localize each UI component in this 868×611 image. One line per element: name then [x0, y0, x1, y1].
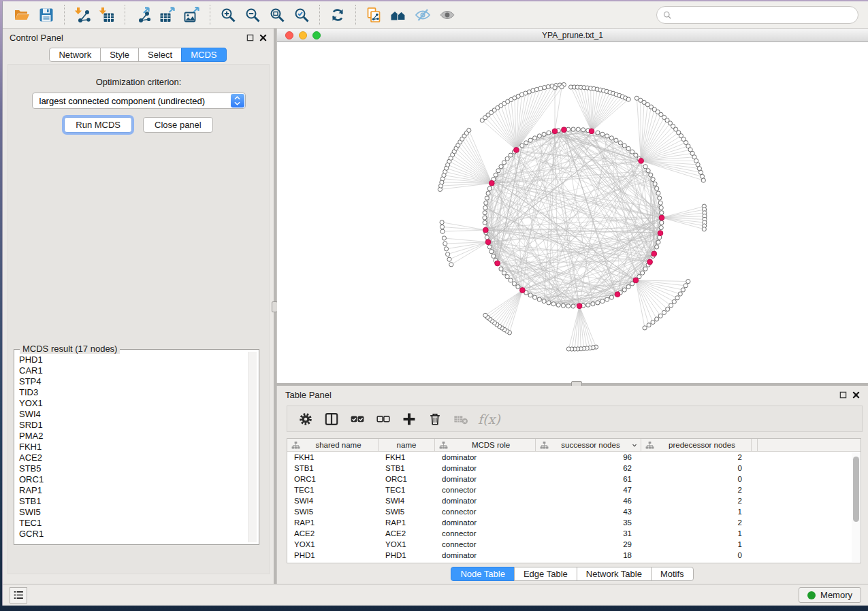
result-list-item[interactable]: SRD1	[19, 420, 245, 431]
mcds-hub-node[interactable]	[647, 259, 653, 265]
network-node[interactable]	[499, 267, 503, 271]
network-titlebar[interactable]: YPA_prune.txt_1	[277, 29, 868, 42]
network-node[interactable]	[505, 275, 509, 279]
network-leaf-node[interactable]	[666, 307, 670, 311]
network-node[interactable]	[618, 141, 622, 145]
table-row[interactable]: RAP1RAP1dominator352	[287, 517, 861, 528]
result-list-scrollbar[interactable]	[248, 352, 257, 542]
mcds-hub-node[interactable]	[659, 215, 664, 220]
result-list-item[interactable]: PHD1	[19, 354, 245, 365]
network-leaf-node[interactable]	[669, 303, 673, 308]
result-list-item[interactable]: SWI4	[19, 409, 245, 420]
close-panel-icon[interactable]	[259, 34, 267, 42]
network-leaf-node[interactable]	[447, 257, 451, 261]
table-row[interactable]: TEC1TEC1connector472	[287, 484, 861, 495]
table-row[interactable]: STB1STB1dominator620	[287, 463, 861, 474]
zoom-window-icon[interactable]	[312, 31, 321, 39]
network-leaf-node[interactable]	[681, 288, 685, 292]
network-node[interactable]	[605, 297, 609, 301]
tab-edge-table[interactable]: Edge Table	[514, 567, 577, 581]
column-header-shared-name[interactable]: shared name	[287, 439, 379, 451]
mcds-hub-node[interactable]	[658, 231, 663, 236]
network-node[interactable]	[581, 128, 585, 132]
tab-network-table[interactable]: Network Table	[577, 567, 652, 581]
network-node[interactable]	[658, 201, 662, 205]
network-node[interactable]	[537, 297, 541, 301]
network-leaf-node[interactable]	[553, 86, 557, 90]
result-list-item[interactable]: FKH1	[19, 442, 245, 452]
table-row[interactable]: PHD1PHD1dominator180	[287, 550, 861, 561]
network-leaf-node[interactable]	[651, 320, 655, 324]
result-list-item[interactable]: TEC1	[19, 518, 245, 529]
network-leaf-node[interactable]	[539, 86, 543, 90]
show-all-icon[interactable]	[435, 5, 460, 25]
mcds-hub-node[interactable]	[514, 148, 519, 153]
network-node[interactable]	[614, 138, 618, 142]
network-node[interactable]	[542, 132, 546, 136]
network-leaf-node[interactable]	[444, 247, 448, 251]
open-icon[interactable]	[10, 5, 34, 25]
network-node[interactable]	[586, 303, 590, 307]
run-mcds-button[interactable]: Run MCDS	[64, 117, 132, 133]
tab-network[interactable]: Network	[49, 48, 101, 62]
network-node[interactable]	[484, 201, 488, 205]
network-node[interactable]	[605, 134, 609, 138]
network-leaf-node[interactable]	[449, 263, 453, 267]
network-leaf-node[interactable]	[626, 97, 630, 101]
zoom-selected-icon[interactable]	[289, 5, 314, 25]
zoom-out-icon[interactable]	[240, 5, 265, 25]
result-list-item[interactable]: YOX1	[19, 398, 245, 409]
task-history-button[interactable]	[10, 587, 27, 604]
table-row[interactable]: ACE2ACE2connector311	[287, 528, 861, 539]
save-icon[interactable]	[34, 5, 59, 25]
network-node[interactable]	[600, 299, 605, 303]
table-scrollbar[interactable]	[852, 452, 860, 562]
network-node[interactable]	[609, 295, 613, 299]
network-node[interactable]	[512, 282, 516, 286]
result-list-item[interactable]: CAR1	[19, 365, 245, 376]
network-node[interactable]	[643, 165, 647, 169]
mcds-hub-node[interactable]	[589, 129, 594, 134]
table-row[interactable]: SWI4SWI4dominator462	[287, 495, 861, 506]
network-node[interactable]	[571, 127, 575, 131]
table-row[interactable]: SWI5SWI5connector431	[287, 506, 861, 517]
scrollbar-thumb[interactable]	[853, 457, 859, 522]
optimization-criterion-select[interactable]: largest connected component (undirected)	[32, 93, 246, 109]
network-node[interactable]	[524, 141, 528, 145]
network-node[interactable]	[533, 295, 537, 299]
network-node[interactable]	[528, 293, 532, 297]
network-node[interactable]	[655, 245, 659, 249]
network-node[interactable]	[494, 173, 498, 177]
table-row[interactable]: YOX1YOX1connector291	[287, 539, 861, 550]
mcds-hub-node[interactable]	[520, 288, 526, 293]
network-node[interactable]	[496, 169, 500, 173]
network-node[interactable]	[658, 196, 662, 200]
network-node[interactable]	[537, 134, 541, 138]
hide-selected-icon[interactable]	[411, 5, 435, 25]
network-leaf-node[interactable]	[658, 314, 662, 318]
network-node[interactable]	[520, 144, 524, 148]
network-node[interactable]	[487, 186, 492, 191]
network-node[interactable]	[483, 220, 487, 225]
network-node[interactable]	[566, 304, 570, 308]
network-node[interactable]	[660, 220, 664, 225]
import-table-icon[interactable]	[95, 5, 119, 25]
network-leaf-node[interactable]	[440, 225, 444, 229]
memory-button[interactable]: Memory	[799, 587, 861, 603]
network-leaf-node[interactable]	[698, 170, 703, 174]
close-window-icon[interactable]	[285, 31, 293, 39]
refresh-icon[interactable]	[325, 5, 350, 25]
network-node[interactable]	[571, 304, 575, 308]
gear-icon[interactable]	[294, 409, 317, 429]
mcds-hub-node[interactable]	[485, 240, 491, 245]
column-header-predecessor-nodes[interactable]: predecessor nodes	[641, 439, 752, 451]
tab-select[interactable]: Select	[138, 48, 182, 62]
network-leaf-node[interactable]	[643, 326, 647, 330]
network-node[interactable]	[547, 131, 551, 135]
network-leaf-node[interactable]	[678, 292, 682, 296]
mcds-hub-node[interactable]	[483, 227, 488, 233]
network-node[interactable]	[528, 138, 532, 142]
network-node[interactable]	[509, 153, 513, 157]
network-node[interactable]	[499, 165, 503, 169]
network-leaf-node[interactable]	[467, 128, 471, 132]
